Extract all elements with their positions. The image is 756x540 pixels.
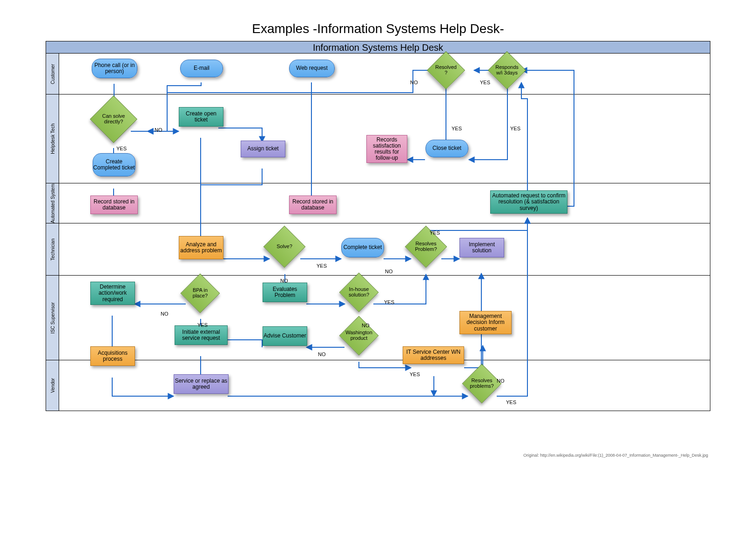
node-phone: Phone call (or in person) — [92, 59, 137, 78]
node-records: Records satisfaction results for follow-… — [366, 135, 407, 163]
edge-label: YES — [430, 230, 440, 236]
edge-label: NO — [161, 311, 169, 317]
node-createcomp: Create Completed ticket — [93, 153, 135, 176]
node-record1: Record stored in database — [90, 196, 138, 214]
node-itsc: IT Service Center WN addresses — [403, 346, 464, 364]
page-title: Examples -Information Systems Help Desk- — [0, 21, 756, 36]
lane-label-technician: Technician — [46, 223, 59, 276]
lane-label-helpdesk: Helpdesk Tech — [46, 94, 59, 183]
node-resolves2: Resolves problems? — [468, 370, 496, 398]
lane-label-customer: Customer — [46, 54, 59, 94]
edge-label: YES — [410, 371, 420, 377]
node-resolves1: Resolves Problem? — [411, 232, 441, 262]
edge-label: YES — [116, 146, 127, 151]
node-solve: Solve? — [270, 232, 299, 262]
edge-label: YES — [317, 263, 327, 269]
pool-header: Information Systems Help Desk — [46, 41, 710, 54]
node-close: Close ticket — [425, 140, 468, 157]
edge-label: NO — [155, 127, 162, 133]
edge-label: NO — [410, 80, 418, 85]
edge-label: NO — [362, 323, 370, 328]
node-complete: Complete ticket — [341, 238, 384, 257]
node-responds: Responds w/i 3days — [493, 57, 520, 84]
edge-label: YES — [197, 322, 208, 328]
lane-label-vendor: Vendor — [46, 360, 59, 411]
node-bpa: BPA in place? — [186, 279, 214, 307]
node-web: Web request — [289, 60, 335, 77]
node-acq: Acquisitions process — [90, 346, 135, 366]
edge-label: YES — [510, 126, 520, 131]
node-email: E-mail — [180, 60, 223, 77]
node-assign: Assign ticket — [241, 141, 285, 157]
pool-frame: Information Systems Help Desk CustomerHe… — [46, 41, 710, 411]
lane-body-isc — [59, 276, 710, 360]
node-autoreq: Automated request to confirm resolution … — [490, 190, 567, 214]
edge-label: NO — [318, 351, 326, 357]
node-mgmt: Management decision Inform customer — [459, 311, 512, 334]
edge-label: YES — [384, 299, 394, 305]
lane-body-automated — [59, 183, 710, 223]
lane-label-isc: ISC Supervisor — [46, 276, 59, 360]
node-service: Service or replace as agreed — [174, 374, 229, 394]
edge-label: NO — [280, 278, 288, 284]
lane-body-customer — [59, 54, 710, 94]
node-initiate: Initiate external service request — [175, 325, 228, 345]
lane-body-technician — [59, 223, 710, 276]
node-resolved: Resolved ? — [432, 57, 459, 84]
node-record2: Record stored in database — [289, 196, 337, 214]
node-cansolve: Can solve directly? — [97, 102, 130, 136]
edge-label: NO — [497, 378, 505, 384]
edge-label: NO — [385, 269, 393, 274]
node-analyze: Analyze and address problem — [179, 236, 223, 259]
node-advise: Advise Customer — [263, 326, 307, 346]
credit-line: Original: http://en.wikipedia.org/wiki/F… — [46, 453, 710, 458]
lane-body-vendor — [59, 360, 710, 411]
edge-label: YES — [506, 399, 516, 405]
node-inhouse: In-house solution? — [345, 278, 373, 306]
node-determine: Determine action/work required — [90, 282, 135, 305]
lane-label-automated: Automated System — [46, 183, 59, 223]
edge-label: YES — [480, 80, 490, 85]
node-evaluates: Evaluates Problem — [263, 283, 307, 302]
edge-label: YES — [452, 126, 462, 131]
node-implement: Implement solution — [459, 238, 504, 257]
node-createopen: Create open ticket — [179, 107, 223, 127]
diagram-stage: Examples -Information Systems Help Desk-… — [0, 0, 756, 540]
